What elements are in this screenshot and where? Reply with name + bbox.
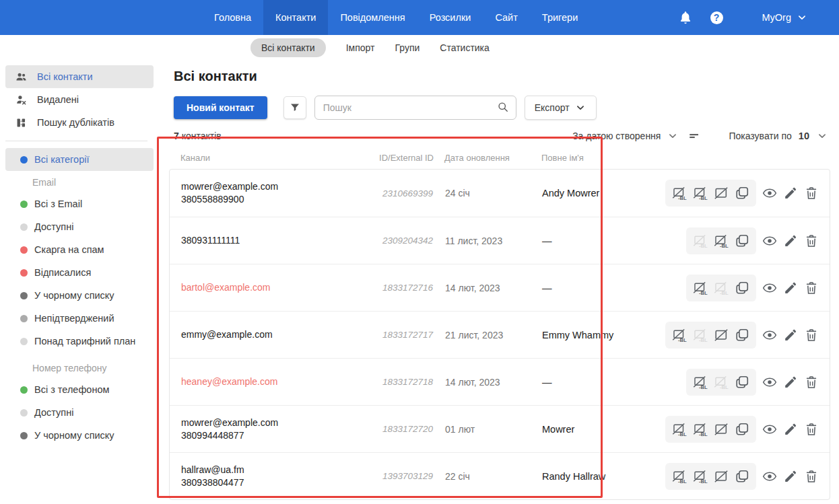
phone-blacklist-button[interactable] [693, 186, 708, 201]
copy-contact-button[interactable] [735, 469, 749, 484]
edit-contact-button[interactable] [783, 186, 798, 201]
nav-item-campaigns[interactable]: Розсилки [417, 0, 483, 35]
edit-contact-button[interactable] [783, 422, 798, 437]
view-contact-button[interactable] [762, 328, 777, 343]
sort-by-select[interactable]: За датою створення [572, 130, 679, 142]
phone-blacklist-button[interactable] [693, 469, 708, 484]
edit-contact-button[interactable] [783, 328, 798, 343]
category-all[interactable]: Всі категорії [5, 148, 154, 171]
table-row[interactable]: bartol@example.com 1833172716 14 лют, 20… [170, 264, 830, 311]
unsubscribe-button[interactable] [714, 422, 729, 437]
email-blacklist-button[interactable] [672, 186, 687, 201]
org-switcher[interactable]: MyOrg [762, 11, 809, 24]
delete-contact-button[interactable] [804, 328, 819, 343]
category-email-unconfirmed[interactable]: Непідтверджений [5, 307, 154, 330]
category-email-spam-complaint[interactable]: Скарга на спам [5, 238, 154, 261]
category-email-blacklisted[interactable]: У чорному списку [5, 284, 154, 307]
person-remove-icon [15, 94, 28, 106]
channels-cell: 380931111111 [181, 234, 351, 247]
row-actions [635, 463, 819, 490]
email-blacklist-button[interactable] [672, 469, 687, 484]
email-blacklist-button[interactable] [672, 422, 687, 437]
table-row[interactable]: heaney@example.com 1833172718 14 лют, 20… [170, 358, 830, 405]
search-input[interactable] [314, 96, 516, 120]
search-icon[interactable] [497, 101, 509, 113]
nav-item-messages[interactable]: Повідомлення [328, 0, 417, 35]
subnav-groups[interactable]: Групи [395, 42, 420, 53]
notifications-bell-icon[interactable] [678, 10, 693, 25]
delete-contact-button[interactable] [804, 281, 819, 295]
copy-contact-button[interactable] [735, 233, 749, 248]
nav-item-home[interactable]: Головна [202, 0, 263, 35]
nav-item-site[interactable]: Сайт [483, 0, 529, 35]
table-row[interactable]: hallraw@ua.fm 380938804477 1393703129 22… [170, 452, 830, 499]
email-blacklist-button[interactable] [693, 375, 708, 390]
new-contact-button[interactable]: Новий контакт [174, 96, 267, 119]
copy-contact-button[interactable] [735, 186, 749, 201]
email-blacklist-button[interactable] [693, 281, 708, 295]
category-email-over-plan[interactable]: Понад тарифний план [5, 330, 154, 353]
category-email-available[interactable]: Доступні [5, 215, 154, 238]
subnav-all-contacts[interactable]: Всі контакти [250, 38, 326, 57]
view-contact-button[interactable] [762, 375, 777, 390]
edit-contact-button[interactable] [783, 469, 798, 484]
sidebar-item-duplicates[interactable]: Пошук дублікатів [5, 111, 154, 134]
chevron-down-icon [816, 130, 828, 142]
table-row[interactable]: mowrer@example.com 380558889900 23106693… [170, 170, 830, 217]
help-icon[interactable]: ? [710, 11, 723, 24]
edit-contact-button[interactable] [783, 375, 798, 390]
view-contact-button[interactable] [762, 469, 777, 484]
phone-blacklist-button[interactable] [693, 422, 708, 437]
col-name: Повне ім'я [532, 153, 634, 163]
category-phone-blacklisted[interactable]: У чорному списку [5, 424, 154, 447]
view-contact-button[interactable] [762, 233, 777, 248]
delete-contact-button[interactable] [804, 469, 819, 484]
unsubscribe-button[interactable] [714, 328, 729, 343]
channels-cell: emmy@example.com [181, 328, 351, 341]
sidebar-item-all-contacts[interactable]: Всі контакти [5, 65, 154, 88]
table-row[interactable]: 380931111111 2309204342 11 лист, 2023 — [170, 217, 830, 264]
copy-contact-button[interactable] [735, 281, 749, 295]
phone-blacklist-button[interactable] [714, 233, 729, 248]
channels-cell: hallraw@ua.fm 380938804477 [181, 464, 351, 489]
nav-item-triggers[interactable]: Тригери [530, 0, 590, 35]
copy-contact-button[interactable] [735, 422, 749, 437]
copy-contact-button[interactable] [735, 328, 749, 343]
view-contact-button[interactable] [762, 281, 777, 295]
table-row[interactable]: mowrer@example.com 380994448877 18331727… [170, 405, 830, 452]
contact-id: 2309204342 [351, 236, 434, 246]
category-email-unsubscribed[interactable]: Відписалися [5, 261, 154, 284]
category-phone-all[interactable]: Всі з телефоном [5, 378, 154, 401]
delete-contact-button[interactable] [804, 375, 819, 390]
updated-date: 14 лют, 2023 [434, 377, 533, 388]
contact-email: mowrer@example.com [181, 417, 351, 429]
edit-contact-button[interactable] [783, 233, 798, 248]
full-name: — [533, 236, 635, 246]
subnav-import[interactable]: Імпорт [346, 42, 375, 53]
delete-contact-button[interactable] [804, 233, 819, 248]
unsubscribe-button[interactable] [714, 186, 729, 201]
nav-item-contacts[interactable]: Контакти [263, 0, 328, 35]
export-button[interactable]: Експорт [525, 96, 597, 120]
blacklist-action-group [686, 227, 756, 254]
delete-contact-button[interactable] [804, 422, 819, 437]
copy-contact-button[interactable] [735, 375, 749, 390]
per-page-select[interactable]: Показувати по 10 [729, 130, 828, 142]
subnav-statistics[interactable]: Статистика [440, 42, 490, 53]
table-row[interactable]: emmy@example.com 1833172717 21 лист, 202… [170, 311, 830, 358]
category-phone-available[interactable]: Доступні [5, 401, 154, 424]
view-contact-button[interactable] [762, 422, 777, 437]
contact-id: 1393703129 [351, 471, 434, 481]
sort-order-button[interactable] [688, 130, 700, 142]
edit-contact-button[interactable] [783, 281, 798, 295]
category-label: Скарга на спам [34, 244, 104, 255]
row-actions [635, 275, 819, 301]
category-email-all[interactable]: Всі з Email [5, 192, 154, 215]
view-contact-button[interactable] [762, 186, 777, 201]
filter-button[interactable] [283, 96, 306, 119]
contact-id: 1833172718 [351, 377, 434, 387]
email-blacklist-button[interactable] [672, 328, 687, 343]
sidebar-item-deleted[interactable]: Видалені [5, 88, 154, 111]
delete-contact-button[interactable] [804, 186, 819, 201]
unsubscribe-button[interactable] [714, 469, 729, 484]
